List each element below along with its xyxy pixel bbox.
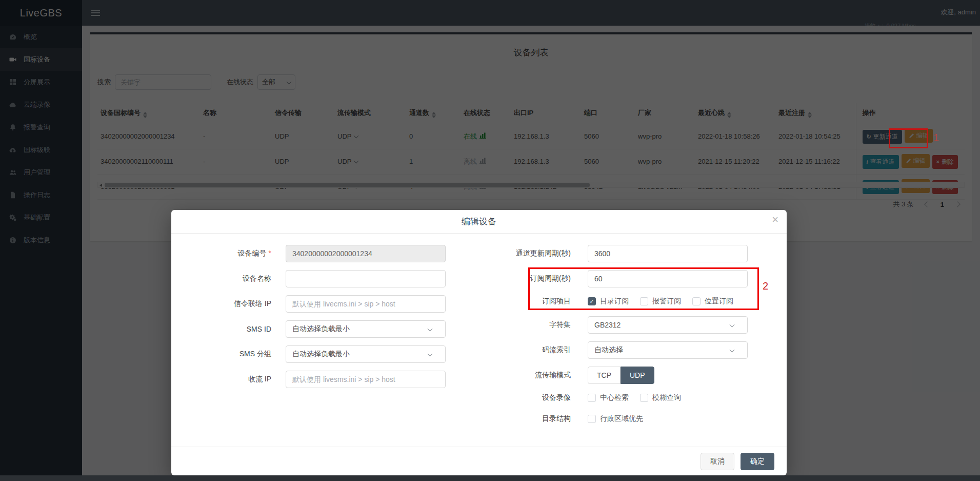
modal-footer: 取消 确定 [171,447,787,475]
field-input[interactable] [588,245,748,262]
field-label: 设备名称 [182,274,271,283]
checkbox-icon [640,297,648,305]
select-value: 自动选择负载最小 [292,324,350,334]
edit-device-modal: 编辑设备 × 设备编号*设备名称信令联络 IPSMS ID自动选择负载最小SMS… [171,210,787,475]
form-row: 通道更新周期(秒) [478,245,748,262]
field-select[interactable]: 自动选择负载最小 [286,345,446,363]
field-select[interactable]: 自动选择负载最小 [286,320,446,338]
checkbox-icon [588,415,596,423]
checkbox-icon: ✓ [588,297,596,305]
form-row: 信令联络 IP [182,295,446,313]
field-label: SMS 分组 [182,350,271,359]
field-input[interactable] [286,245,446,262]
form-row: 订阅项目✓目录订阅报警订阅位置订阅 [478,295,748,307]
modal-body: 设备编号*设备名称信令联络 IPSMS ID自动选择负载最小SMS 分组自动选择… [171,234,787,434]
chevron-down-icon [428,351,433,356]
field-input[interactable] [588,270,748,287]
app-window: LiveGBS 接收 ↑ : 0.027 Mbps 发送 ↓ : 0.006 M… [0,0,980,481]
field-input[interactable] [286,270,446,287]
window-edge [0,475,980,481]
select-value: 自动选择 [594,345,623,355]
confirm-button[interactable]: 确定 [741,453,774,470]
field-label: 字符集 [478,320,571,330]
checkbox-unchecked[interactable]: 报警订阅 [640,297,681,306]
toggle-tcp-button[interactable]: TCP [588,367,621,384]
field-select[interactable]: 自动选择 [588,341,748,359]
checkbox-unchecked[interactable]: 模糊查询 [640,393,681,402]
checkbox-checked[interactable]: ✓目录订阅 [588,297,629,306]
field-label: 通道更新周期(秒) [478,249,571,258]
field-label: 信令联络 IP [182,299,271,309]
checkbox-unchecked[interactable]: 位置订阅 [692,297,733,306]
close-icon[interactable]: × [772,214,778,225]
toggle-udp-button[interactable]: UDP [621,367,654,384]
field-label: 订阅周期(秒) [478,274,571,283]
checkbox-icon [692,297,701,305]
form-row: 字符集GB2312 [478,316,748,334]
field-select[interactable]: GB2312 [588,316,748,334]
field-label: 设备编号* [182,249,271,258]
modal-title: 编辑设备 [462,216,496,227]
form-row: 流传输模式TCPUDP [478,367,748,384]
field-label: 收流 IP [182,375,271,384]
form-row: 订阅周期(秒) [478,270,748,287]
form-row: 收流 IP [182,371,446,388]
field-label: 设备录像 [478,393,571,402]
field-label: 目录结构 [478,414,571,424]
required-asterisk: * [269,249,271,257]
form-row: 目录结构行政区域优先 [478,413,748,425]
field-label: SMS ID [182,325,271,333]
field-input[interactable] [286,371,446,388]
chevron-down-icon [730,347,735,352]
form-row: SMS ID自动选择负载最小 [182,320,446,338]
form-row: SMS 分组自动选择负载最小 [182,345,446,363]
modal-header: 编辑设备 × [171,210,787,234]
checkbox-icon [588,394,596,402]
select-value: GB2312 [594,321,621,329]
field-label: 订阅项目 [478,297,571,306]
checkbox-icon [640,394,648,402]
form-row: 设备编号* [182,245,446,262]
field-label: 码流索引 [478,345,571,355]
form-row: 设备录像中心检索模糊查询 [478,392,748,404]
chevron-down-icon [428,326,433,331]
checkbox-unchecked[interactable]: 中心检索 [588,393,629,402]
field-label: 流传输模式 [478,371,571,380]
checkbox-unchecked[interactable]: 行政区域优先 [588,414,643,424]
select-value: 自动选择负载最小 [292,350,350,359]
cancel-button[interactable]: 取消 [701,453,734,470]
form-row: 设备名称 [182,270,446,287]
field-input[interactable] [286,295,446,313]
chevron-down-icon [730,322,735,327]
form-row: 码流索引自动选择 [478,341,748,359]
